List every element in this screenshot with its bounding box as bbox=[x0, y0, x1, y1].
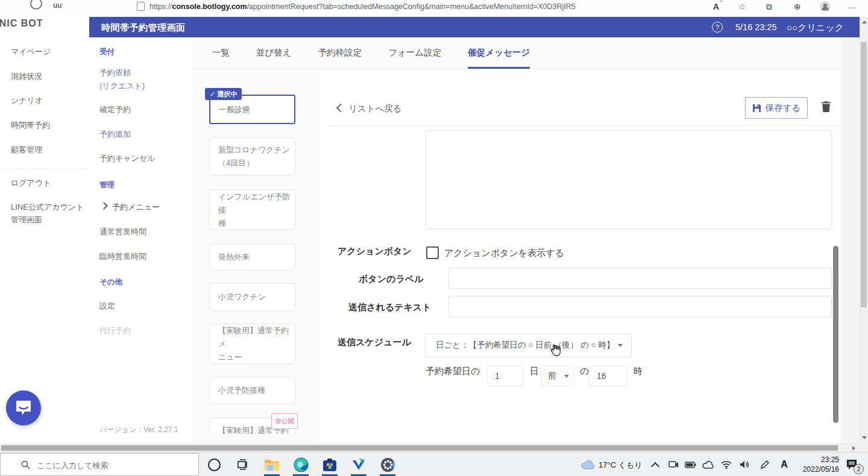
button-label-field-label: ボタンのラベル bbox=[359, 274, 423, 285]
taskbar-clock[interactable]: 23:25 2022/05/16 bbox=[797, 455, 839, 474]
browser-vscrollbar-thumb[interactable] bbox=[861, 42, 867, 307]
detail-panel: リストへ戻る 保存する アクションボタン アクションボタンを表示する ボタンのラ… bbox=[319, 69, 841, 443]
menu-item-reservation-menu[interactable]: 予約メニュー bbox=[112, 201, 160, 214]
ime-mode-indicator[interactable]: A bbox=[774, 454, 794, 475]
notification-badge: 2 bbox=[854, 464, 864, 474]
menu-card-list: 一般診療 新型コロナワクチン （4回目） インフルエンザ予防接 種 発熱外来 小… bbox=[192, 69, 319, 443]
sidebar-item-mypage[interactable]: マイページ bbox=[11, 45, 51, 58]
scroll-down-arrow[interactable] bbox=[862, 436, 867, 439]
help-icon[interactable]: ? bbox=[712, 22, 723, 33]
app-logo: CLINIC BOT bbox=[0, 18, 43, 29]
site-info-icon[interactable] bbox=[137, 2, 145, 11]
tab-form-settings[interactable]: フォーム設定 bbox=[388, 37, 441, 69]
url-path: /appointmentRequest?tab=scheduledMessage… bbox=[247, 2, 576, 11]
menu-item-cancel[interactable]: 予約キャンセル bbox=[99, 152, 156, 165]
chevron-right-icon bbox=[100, 202, 108, 210]
scrollbar-corner bbox=[860, 443, 868, 452]
secondary-sidebar: 受付 予約依頼 (リクエスト) 確定予約 予約追加 予約キャンセル 管理 予約メ… bbox=[89, 37, 192, 443]
before-after-select[interactable]: 前 bbox=[541, 366, 574, 386]
sidebar-item-line-admin[interactable]: LINE公式アカウント 管理画面 bbox=[11, 201, 84, 226]
menu-item-regular-hours[interactable]: 通常営業時間 bbox=[99, 225, 146, 239]
cortana-icon[interactable] bbox=[204, 454, 224, 475]
notification-center-icon[interactable]: 2 bbox=[841, 454, 862, 475]
sidebar-item-logout[interactable]: ログアウト bbox=[11, 177, 51, 189]
schedule-prefix-label: 予約希望日の bbox=[426, 366, 480, 377]
favorites-icon[interactable]: ☆ bbox=[738, 2, 746, 11]
back-to-list-link[interactable]: リストへ戻る bbox=[338, 103, 402, 114]
collections-icon[interactable]: ⧉ bbox=[766, 2, 772, 12]
media-app-icon[interactable] bbox=[377, 454, 398, 475]
read-aloud-icon[interactable]: A bbox=[713, 2, 719, 11]
button-label-input[interactable] bbox=[448, 268, 832, 289]
action-button-checkbox[interactable] bbox=[426, 246, 439, 259]
tab-reminder-message[interactable]: 催促メッセージ bbox=[468, 37, 530, 69]
days-before-input[interactable] bbox=[487, 366, 523, 386]
sidebar-item-timeslot[interactable]: 時間帯予約 bbox=[11, 119, 50, 131]
pen-icon[interactable] bbox=[755, 454, 775, 475]
menu-section-manage: 管理 bbox=[99, 180, 115, 190]
tab-sort[interactable]: 並び替え bbox=[256, 37, 292, 69]
tab-slot-settings[interactable]: 予約枠設定 bbox=[318, 37, 362, 69]
wifi-icon[interactable] bbox=[716, 454, 737, 475]
url-text[interactable]: https://console.botlogy.com/appointmentR… bbox=[149, 2, 576, 11]
hour-unit-label: 時 bbox=[634, 366, 643, 377]
chat-widget-button[interactable] bbox=[6, 390, 41, 425]
onedrive-icon[interactable] bbox=[698, 454, 719, 475]
edge-browser-icon[interactable] bbox=[291, 454, 311, 475]
profile-avatar-icon[interactable] bbox=[820, 1, 831, 12]
send-text-input[interactable] bbox=[448, 296, 832, 318]
scroll-up-arrow[interactable] bbox=[862, 20, 867, 23]
menu-item-proxy-booking[interactable]: 代行予約 bbox=[99, 324, 131, 337]
weather-icon[interactable] bbox=[577, 454, 598, 475]
reload-icon[interactable] bbox=[30, 0, 42, 10]
card-test-menu[interactable]: 【実験用】通常予約メ ニュー bbox=[209, 324, 295, 364]
content-scrollbar-thumb[interactable] bbox=[833, 246, 838, 423]
check-icon: ✓ bbox=[210, 90, 215, 98]
card-covid-vaccine[interactable]: 新型コロナワクチン （4回目） bbox=[209, 137, 295, 175]
chevron-down-icon bbox=[618, 344, 623, 347]
private-badge: 非公開 bbox=[271, 413, 298, 429]
taskbar-search-input[interactable] bbox=[36, 454, 195, 476]
hour-input[interactable] bbox=[589, 366, 627, 386]
scroll-right-arrow[interactable] bbox=[852, 446, 855, 451]
card-child-immunization[interactable]: 小児予防接種 bbox=[209, 377, 295, 404]
selected-badge: ✓ 選択中 bbox=[205, 88, 242, 100]
browser-hscrollbar-thumb[interactable] bbox=[1, 445, 838, 451]
weather-text[interactable]: 17°C くもり bbox=[599, 460, 643, 471]
menu-item-appointment-request[interactable]: 予約依頼 (リクエスト) bbox=[99, 66, 173, 93]
menu-item-confirmed[interactable]: 確定予約 bbox=[99, 103, 131, 116]
message-preview-box[interactable] bbox=[426, 130, 832, 229]
of-particle-label: の bbox=[580, 366, 589, 377]
menu-item-temporary-hours[interactable]: 臨時営業時間 bbox=[99, 250, 146, 263]
toolbox-app-icon[interactable] bbox=[319, 454, 340, 475]
task-view-icon[interactable] bbox=[233, 454, 253, 475]
delete-icon[interactable] bbox=[822, 101, 831, 112]
browser-more-icon[interactable]: … bbox=[848, 1, 857, 10]
tray-chevron-up-icon[interactable] bbox=[645, 454, 665, 475]
schedule-select[interactable]: 日ごと：【予約希望日の ○ 日前 （後） の ○ 時】 bbox=[425, 333, 632, 357]
schedule-field-label: 送信スケジュール bbox=[338, 337, 411, 348]
tab-list[interactable]: 一覧 bbox=[212, 37, 230, 69]
sidebar-item-scenario[interactable]: シナリオ bbox=[11, 94, 43, 107]
search-icon bbox=[21, 460, 30, 469]
battery-icon[interactable] bbox=[680, 454, 700, 475]
volume-icon[interactable] bbox=[734, 454, 755, 475]
header-divider bbox=[329, 125, 868, 126]
taskbar-search-box[interactable] bbox=[0, 453, 199, 476]
sidebar-item-customers[interactable]: 顧客管理 bbox=[11, 143, 42, 156]
card-fever-clinic[interactable]: 発熱外来 bbox=[209, 243, 295, 271]
file-explorer-icon[interactable] bbox=[262, 454, 282, 475]
card-child-vaccine[interactable]: 小児ワクチン bbox=[209, 283, 295, 311]
menu-item-add-appointment[interactable]: 予約追加 bbox=[99, 128, 131, 141]
action-button-label: アクションボタン bbox=[338, 246, 412, 257]
menu-section-other: その他 bbox=[99, 277, 122, 287]
card-flu-vaccine[interactable]: インフルエンザ予防接 種 bbox=[209, 190, 295, 230]
before-after-value: 前 bbox=[548, 371, 556, 381]
taskbar: 17°C くもり A 23:25 2022/05/16 2 bbox=[0, 452, 868, 476]
web-capture-icon[interactable]: ⊕ bbox=[794, 2, 801, 11]
menu-item-settings[interactable]: 設定 bbox=[99, 299, 115, 313]
save-button[interactable]: 保存する bbox=[745, 97, 808, 119]
sidebar-item-congestion[interactable]: 混雑状況 bbox=[11, 70, 42, 83]
v-app-icon[interactable] bbox=[348, 454, 369, 475]
chat-bubble-icon bbox=[14, 399, 33, 417]
